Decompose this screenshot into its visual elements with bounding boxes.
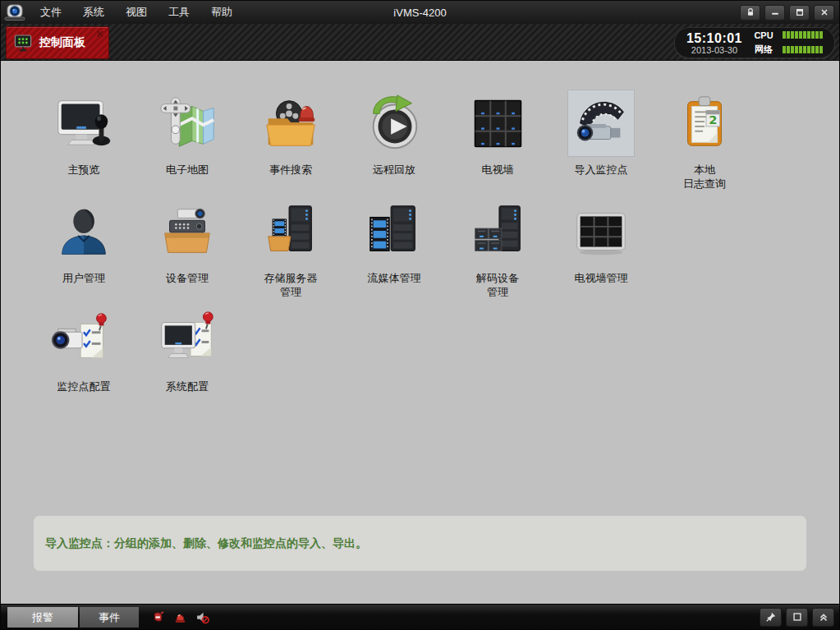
app-item-stream-media-management[interactable]: 流媒体管理	[342, 199, 446, 307]
ivms-window: 文件系统视图工具帮助 iVMS-4200 控制面板 ✕ 15:10:01 201…	[0, 0, 840, 630]
app-item-emap[interactable]: 电子地图	[135, 90, 239, 199]
title-bar: 文件系统视图工具帮助 iVMS-4200	[1, 1, 839, 24]
emap-icon-box	[154, 90, 220, 156]
status-right-buttons	[760, 608, 839, 627]
app-item-label: 系统配置	[166, 379, 209, 393]
alarm-clear-button[interactable]	[151, 610, 165, 624]
app-item-label: 用户管理	[62, 271, 105, 285]
pin-icon	[765, 611, 777, 623]
app-item-label: 主预览	[68, 163, 100, 177]
minimize-button[interactable]	[764, 5, 785, 21]
network-meter	[783, 46, 823, 53]
app-row: 主预览电子地图事件搜索远程回放电视墙导入监控点本地 日志查询	[32, 90, 839, 199]
lock-button[interactable]	[740, 5, 760, 21]
local-log-icon	[672, 91, 737, 155]
app-item-import-camera[interactable]: 导入监控点	[549, 90, 653, 199]
stream-media-icon	[362, 200, 426, 264]
window-controls	[740, 5, 839, 21]
tab-close-icon[interactable]: ✕	[95, 28, 104, 40]
app-item-tv-wall[interactable]: 电视墙	[446, 90, 549, 199]
maximize-button[interactable]	[789, 5, 810, 21]
restore-icon	[792, 611, 803, 623]
app-item-user-management[interactable]: 用户管理	[32, 199, 135, 307]
event-search-icon	[259, 91, 323, 155]
audio-mute-button[interactable]	[195, 610, 209, 624]
import-camera-icon	[569, 91, 633, 155]
clock-date: 2013-03-30	[686, 45, 742, 55]
menu-item-view[interactable]: 视图	[126, 5, 147, 20]
menu-item-help[interactable]: 帮助	[211, 5, 232, 20]
app-item-main-preview[interactable]: 主预览	[32, 90, 135, 199]
app-row: 用户管理设备管理存储服务器 管理流媒体管理解码设备 管理电视墙管理	[32, 199, 839, 307]
pin-button[interactable]	[760, 608, 782, 627]
app-item-tv-wall-management[interactable]: 电视墙管理	[549, 199, 653, 307]
device-management-icon-box	[154, 199, 220, 264]
menu-item-system[interactable]: 系统	[83, 5, 104, 20]
event-search-icon-box	[258, 90, 324, 156]
usage-block: CPU 网络	[752, 30, 823, 56]
clock-block: 15:10:01 2013-03-30	[686, 31, 742, 55]
app-item-storage-server-management[interactable]: 存储服务器 管理	[239, 199, 342, 307]
app-item-label: 导入监控点	[575, 163, 628, 177]
clock-time: 15:10:01	[686, 31, 742, 45]
control-panel-content: 主预览电子地图事件搜索远程回放电视墙导入监控点本地 日志查询用户管理设备管理存储…	[1, 61, 839, 604]
collapse-button[interactable]	[812, 608, 834, 627]
tv-wall-management-icon-box	[568, 199, 634, 264]
camera-config-icon	[52, 308, 116, 372]
status-bar: 报警 事件	[1, 604, 839, 629]
tab-alarm[interactable]: 报警	[7, 607, 78, 628]
camera-config-icon-box	[51, 307, 117, 373]
app-item-system-config[interactable]: 系统配置	[135, 307, 239, 416]
maximize-icon	[795, 7, 805, 17]
storage-server-icon	[259, 200, 323, 264]
app-item-label: 监控点配置	[57, 379, 111, 393]
network-label: 网络	[752, 44, 775, 56]
siren-icon	[173, 610, 187, 624]
app-item-camera-config[interactable]: 监控点配置	[32, 307, 135, 416]
tab-event[interactable]: 事件	[80, 607, 139, 628]
restore-panel-button[interactable]	[786, 608, 808, 627]
app-item-decoding-device-management[interactable]: 解码设备 管理	[446, 199, 549, 307]
alarm-clear-icon	[151, 610, 165, 624]
tab-control-panel[interactable]: 控制面板 ✕	[6, 26, 109, 59]
alarm-siren-button[interactable]	[173, 610, 187, 624]
system-config-icon	[155, 308, 219, 372]
tab-bar: 控制面板 ✕ 15:10:01 2013-03-30 CPU 网络	[1, 24, 839, 61]
tab-event-label: 事件	[99, 611, 120, 623]
app-item-label: 存储服务器 管理	[264, 271, 318, 299]
app-item-device-management[interactable]: 设备管理	[135, 199, 239, 307]
app-grid: 主预览电子地图事件搜索远程回放电视墙导入监控点本地 日志查询用户管理设备管理存储…	[32, 90, 839, 416]
tab-control-panel-label: 控制面板	[39, 35, 85, 50]
close-button[interactable]	[814, 5, 834, 21]
menu-item-file[interactable]: 文件	[40, 5, 62, 20]
minimize-icon	[770, 7, 780, 17]
decoding-device-icon-box	[465, 199, 530, 264]
audio-mute-icon	[195, 610, 209, 624]
remote-playback-icon-box	[361, 90, 427, 156]
app-description-box: 导入监控点：分组的添加、删除、修改和监控点的导入、导出。	[34, 516, 806, 571]
app-item-label: 电子地图	[166, 163, 209, 177]
app-item-label: 事件搜索	[269, 163, 312, 177]
menu-item-tool[interactable]: 工具	[168, 5, 190, 20]
cpu-label: CPU	[752, 30, 775, 40]
alarm-status-icons	[151, 610, 209, 624]
cpu-meter	[783, 31, 823, 39]
app-item-label: 电视墙	[482, 163, 514, 177]
app-item-event-search[interactable]: 事件搜索	[239, 90, 342, 199]
app-item-label: 流媒体管理	[368, 271, 421, 285]
control-panel-icon	[13, 33, 33, 53]
app-item-label: 远程回放	[373, 163, 415, 177]
app-item-label: 电视墙管理	[575, 271, 628, 285]
device-management-icon	[155, 200, 219, 264]
app-item-local-log-search[interactable]: 本地 日志查询	[653, 90, 756, 199]
app-item-label: 设备管理	[166, 271, 209, 285]
system-config-icon-box	[154, 307, 220, 373]
decoding-device-icon	[466, 200, 530, 264]
app-item-label: 解码设备 管理	[476, 271, 519, 299]
user-management-icon-box	[51, 199, 117, 264]
app-item-remote-playback[interactable]: 远程回放	[342, 90, 446, 199]
stream-media-icon-box	[361, 199, 427, 264]
tv-wall-management-icon	[569, 200, 633, 264]
menu-bar: 文件系统视图工具帮助	[40, 5, 232, 20]
app-description: 导入监控点：分组的添加、删除、修改和监控点的导入、导出。	[45, 536, 367, 551]
